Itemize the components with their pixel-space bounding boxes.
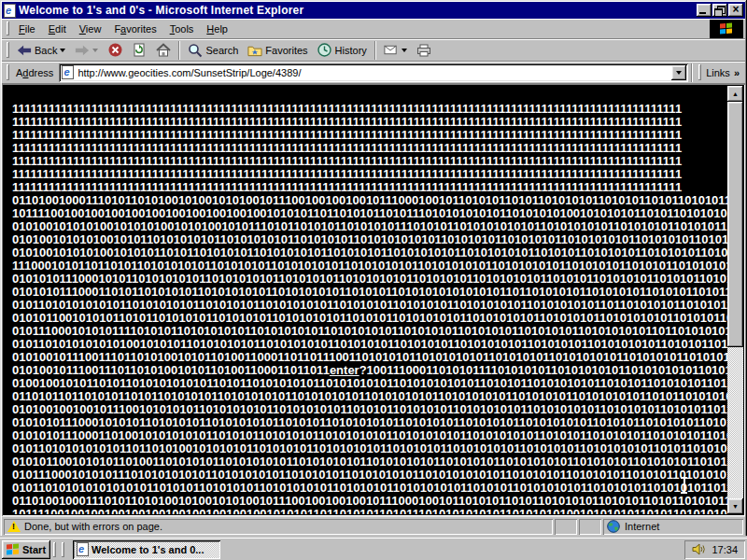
taskbar: Start e Welcome to 1's and 0... 17:34 (0, 538, 747, 560)
binary-row: 0101101010101010110101010101101010101101… (12, 299, 727, 312)
status-pane-empty (579, 519, 601, 535)
search-button[interactable]: Search (183, 40, 243, 61)
status-pane-empty (555, 519, 577, 535)
desktop: e Welcome to 1's and 0's - Microsoft Int… (0, 0, 747, 560)
menu-favorites[interactable]: Favorites (107, 21, 162, 37)
address-url-text: http://www.geocities.com/SunsetStrip/Log… (78, 67, 669, 78)
binary-row: 0101010111000110101101010101101010101011… (12, 286, 727, 299)
volume-speaker-icon[interactable] (692, 543, 706, 555)
addressbar-grip[interactable] (7, 64, 9, 79)
mail-button[interactable] (379, 40, 412, 61)
home-icon (156, 43, 171, 58)
binary-row: 0100100101011010110101010101011010110101… (12, 377, 727, 390)
scrollbar-thumb[interactable] (727, 102, 743, 347)
binary-row: 0101001001001011100101010101101010101011… (12, 403, 727, 416)
binary-row: 0101011001010101101001101010101101010101… (12, 455, 727, 469)
stop-icon (107, 43, 122, 58)
menu-view[interactable]: View (73, 21, 108, 37)
binary-row: 0101101010101010100101010110101010101101… (12, 338, 727, 351)
menu-help[interactable]: Help (200, 21, 234, 37)
back-button[interactable]: Back (12, 40, 70, 61)
toolbar-separator (374, 41, 376, 60)
menu-file[interactable]: File (12, 21, 42, 37)
binary-row: 1110001010110110101101010101011010101011… (12, 259, 727, 273)
forward-button[interactable] (70, 40, 103, 61)
links-label: Links (706, 67, 730, 78)
forward-arrow-icon (75, 43, 90, 58)
binary-row: 0101011001010101101011010101011010101011… (12, 312, 727, 325)
start-button[interactable]: Start (2, 540, 50, 559)
home-button[interactable] (151, 40, 176, 61)
address-bar: Address e http://www.geocities.com/Sunse… (2, 62, 745, 84)
binary-row: 1111111111111111111111111111111111111111… (12, 155, 727, 168)
search-icon (188, 43, 203, 58)
internet-zone-globe-icon (607, 520, 620, 533)
zone-label: Internet (625, 521, 659, 532)
menu-edit[interactable]: Edit (42, 21, 73, 37)
security-zone-pane: Internet (603, 519, 743, 535)
binary-row: 0101001011100111011010100101011010011000… (12, 364, 727, 377)
standard-toolbar: Back (2, 39, 745, 62)
favorites-icon (247, 43, 262, 58)
links-grip[interactable] (698, 64, 701, 79)
taskbar-clock[interactable]: 17:34 (712, 544, 738, 555)
binary-row: 0101101010101010101011010101101010101101… (12, 482, 727, 495)
minimize-button[interactable] (697, 4, 712, 17)
toolbar-grip[interactable] (7, 42, 9, 57)
taskbar-grip[interactable] (53, 542, 56, 557)
binary-row: 1111111111111111111111111111111111111111… (12, 116, 727, 129)
forward-dropdown-icon[interactable] (92, 49, 98, 55)
binary-row: 1111111111111111111111111111111111111111… (12, 103, 727, 116)
binary-row: 0101001010101001010101001010100101011101… (12, 220, 727, 233)
favorites-button[interactable]: Favorites (243, 40, 312, 61)
status-pane: Done, but with errors on page. (4, 519, 553, 535)
binary-row: 0101010111000101010110101010110101010101… (12, 416, 727, 429)
text-ibeam-cursor (680, 477, 688, 494)
binary-row: 0101101010101010110110101001010101011010… (12, 442, 727, 455)
back-dropdown-icon[interactable] (60, 49, 65, 55)
titlebar: e Welcome to 1's and 0's - Microsoft Int… (2, 2, 745, 19)
binary-row: 0101110001010101110101010101011010101010… (12, 469, 727, 482)
print-icon (416, 43, 431, 58)
task-ie-icon: e (77, 542, 89, 556)
print-button[interactable] (412, 40, 436, 61)
menu-bar: File Edit View Favorites Tools Help (2, 19, 745, 39)
browser-window: e Welcome to 1's and 0's - Microsoft Int… (0, 0, 747, 538)
binary-row: 1011110010010010010010010010010010010010… (12, 207, 727, 220)
restore-button[interactable] (712, 4, 727, 17)
binary-row: 0101010111000110100101010101011010101101… (12, 429, 727, 442)
binary-row: 0101010111000101011010101010110101010101… (12, 273, 727, 286)
address-input[interactable]: e http://www.geocities.com/SunsetStrip/L… (59, 63, 688, 82)
scroll-up-button[interactable]: ▲ (727, 86, 743, 102)
enter-link[interactable]: enter (330, 363, 359, 377)
binary-row: 0101001011100111011010100101011010011000… (12, 351, 727, 364)
links-toolbar[interactable]: Links » (704, 67, 743, 78)
status-bar: Done, but with errors on page. Internet (2, 516, 745, 536)
menu-tools[interactable]: Tools (163, 21, 201, 37)
taskbar-task-button[interactable]: e Welcome to 1's and 0... (73, 540, 220, 559)
windows-logo-throbber-icon (710, 20, 743, 38)
binary-row: 1011110010010010010010010010010010010010… (12, 508, 727, 514)
history-button[interactable]: History (313, 40, 372, 61)
scroll-down-button[interactable]: ▼ (727, 498, 743, 514)
page-content: 1111111111111111111111111111111111111111… (2, 84, 745, 516)
menubar-grip[interactable] (7, 21, 9, 35)
window-title: Welcome to 1's and 0's - Microsoft Inter… (19, 4, 696, 17)
mail-dropdown-icon[interactable] (402, 49, 407, 55)
url-page-icon: e (62, 65, 74, 79)
vertical-scrollbar[interactable]: ▲ ▼ (727, 86, 743, 514)
links-chevron-icon[interactable]: » (734, 67, 740, 78)
binary-row: 1111111111111111111111111111111111111111… (12, 142, 727, 155)
mail-icon (384, 43, 399, 58)
binary-row: 0110100100011101011010100101001010100101… (12, 495, 727, 508)
taskbar-grip[interactable] (62, 542, 64, 557)
refresh-button[interactable] (127, 40, 151, 61)
stop-button[interactable] (103, 40, 127, 61)
back-arrow-icon (17, 43, 32, 58)
close-button[interactable]: × (728, 4, 743, 17)
binary-row: 1111111111111111111111111111111111111111… (12, 181, 727, 194)
windows-flag-icon (7, 543, 20, 555)
address-dropdown-button[interactable] (671, 65, 686, 80)
binary-text: 1111111111111111111111111111111111111111… (4, 86, 727, 514)
binary-row: 0101110001010101111010101101010101011010… (12, 325, 727, 338)
